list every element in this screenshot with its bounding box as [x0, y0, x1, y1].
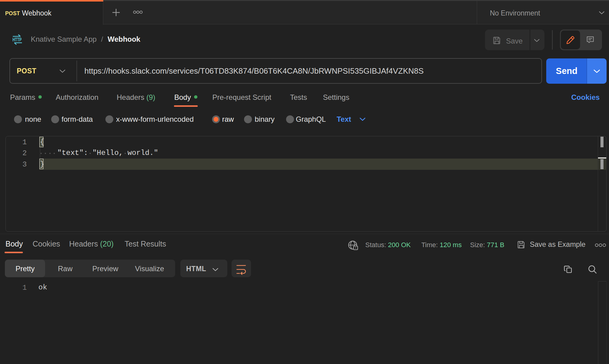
svg-text:HTTP: HTTP [12, 37, 22, 42]
